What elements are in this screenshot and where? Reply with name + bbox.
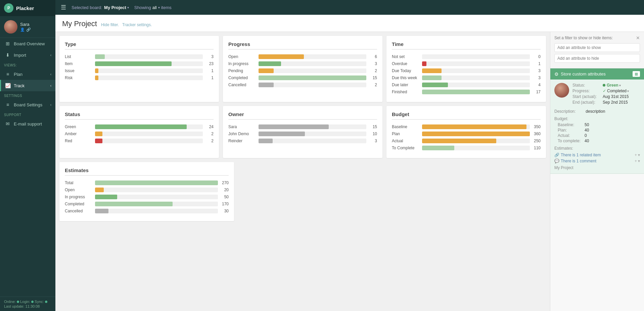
comment-item: 💬There is 1 comment + ▾ [554, 159, 640, 163]
filter-hide-input[interactable] [554, 54, 640, 63]
custom-attrs-button[interactable]: ▦ [633, 71, 640, 77]
bar-container [95, 61, 203, 66]
bar-value: 10 [369, 132, 377, 136]
dashboard: Type List 3 Item 23 Issue 1 [55, 32, 550, 311]
bar-value: 2 [205, 139, 214, 143]
online-status: Online: Login: Sync: [4, 300, 51, 304]
bar-label: Actual [392, 139, 422, 143]
topbar-board-label: Selected board: [72, 5, 102, 10]
bar-value: 2 [369, 83, 377, 87]
budget-card-title: Budget [392, 111, 541, 120]
comment-add-buttons: + ▾ [635, 159, 640, 163]
bar-fill [95, 180, 218, 185]
sidebar-label-import: Import [14, 53, 26, 58]
bar-value: 20 [221, 188, 229, 192]
table-row: Issue 1 [65, 68, 214, 73]
table-row: Completed 170 [65, 202, 229, 206]
table-row: List 3 [65, 54, 214, 59]
status-row: Status: Green ▾ [572, 83, 640, 88]
table-row: Green 24 [65, 124, 214, 129]
topbar-showing-label: Showing [134, 5, 151, 10]
table-row: Plan 360 [392, 132, 541, 136]
estimates-rows: Total 270 Open 20 In progress 50 Complet… [65, 180, 229, 213]
chevron-left-icon-settings: ‹ [50, 103, 51, 107]
comment-arrow-btn[interactable]: ▾ [638, 159, 640, 163]
comment-add-btn[interactable]: + [635, 159, 637, 163]
related-add-btn[interactable]: + [635, 153, 637, 157]
bar-value: 24 [205, 124, 214, 129]
bar-fill [259, 61, 281, 66]
bar-container [422, 90, 530, 94]
custom-attrs-header: ⚙ Store custom attributes ▦ [550, 68, 644, 80]
filter-title: Set a filter to show or hide items: [554, 36, 613, 40]
tracker-settings-link[interactable]: Tracker settings. [122, 22, 152, 27]
app-name: Placker [16, 5, 34, 11]
sidebar-item-board-overview[interactable]: ⊞ Board Overview [0, 38, 55, 49]
start-row: Start (actual): Aug 31st 2015 [572, 94, 640, 99]
settings-section-label: SETTINGS [0, 91, 55, 99]
sidebar-item-plan[interactable]: ≡ Plan ‹ [0, 68, 55, 80]
hide-filter-link[interactable]: Hide filter. [101, 22, 119, 27]
bar-label: Risk [65, 75, 95, 80]
bar-fill [95, 195, 117, 199]
table-row: Due this week 3 [392, 75, 541, 80]
bar-value: 1 [533, 61, 541, 66]
time-card-title: Time [392, 41, 541, 50]
bar-container [422, 132, 530, 136]
budget-rows: Baseline 350 Plan 360 Actual 250 To Comp… [392, 124, 541, 150]
progress-row: Progress: ✓ Completed ▾ [572, 89, 640, 93]
bar-fill [259, 83, 274, 87]
filter-panel: Set a filter to show or hide items: ✕ [550, 32, 644, 68]
time-card: Time Not set 0 Overdue 1 Due Today 3 [386, 36, 546, 102]
sidebar-item-track[interactable]: 📈 Track ‹ [0, 80, 55, 91]
sidebar-label-email-support: E-mail support [14, 121, 42, 126]
bar-container [95, 124, 203, 129]
topbar-all-filter[interactable]: all [152, 5, 157, 10]
comment-icon: 💬 [554, 159, 559, 163]
budget-plan-value: 40 [585, 128, 589, 133]
progress-card-title: Progress [228, 41, 377, 50]
start-label: Start (actual): [572, 94, 603, 99]
bar-label: Red [65, 139, 95, 143]
menu-icon[interactable]: ☰ [61, 4, 66, 11]
bar-fill [95, 209, 108, 213]
bar-value: 110 [533, 146, 541, 150]
table-row: Due Today 3 [392, 68, 541, 73]
topbar-board-name[interactable]: My Project [104, 5, 126, 10]
comment-text: There is 1 comment [561, 159, 596, 163]
progress-arrow: ▾ [627, 89, 629, 93]
close-icon[interactable]: ✕ [636, 35, 640, 41]
bar-container [95, 139, 203, 143]
type-rows: List 3 Item 23 Issue 1 Risk [65, 54, 214, 80]
estimates-section-label: Estimates: [554, 146, 640, 151]
bar-container [95, 180, 218, 185]
settings-icon: ≡ [5, 102, 10, 107]
bar-container [259, 132, 366, 136]
sidebar-item-import[interactable]: ⬇ Import ‹ [0, 49, 55, 61]
sidebar-item-board-settings[interactable]: ≡ Board Settings ‹ [0, 99, 55, 110]
sync-dot [45, 301, 47, 303]
budget-baseline-value: 50 [585, 122, 589, 127]
bar-value: 17 [533, 90, 541, 94]
bar-value: 1 [205, 68, 214, 73]
bar-container [95, 75, 203, 80]
user-icon-2: 🔗 [26, 28, 31, 32]
related-arrow-btn[interactable]: ▾ [638, 153, 640, 157]
filter-show-input[interactable] [554, 43, 640, 52]
table-row: Pending 2 [228, 68, 377, 73]
bar-value: 360 [533, 132, 541, 136]
status-rows: Green 24 Amber 2 Red 2 [65, 124, 214, 143]
views-section-label: VIEWS: [0, 61, 55, 68]
table-row: Not set 0 [392, 54, 541, 59]
progress-card: Progress Open 6 In progress 3 Pending 2 [223, 36, 382, 102]
bar-fill [95, 202, 173, 206]
bar-label: Plan [392, 132, 422, 136]
bar-value: 2 [205, 132, 214, 136]
related-text: There is 1 related item [561, 153, 601, 157]
chevron-left-icon: ‹ [50, 53, 51, 57]
online-dot [17, 301, 19, 303]
sidebar-item-email-support[interactable]: ✉ E-mail support [0, 118, 55, 129]
bar-value: 3 [205, 54, 214, 59]
status-arrow: ▾ [619, 84, 621, 87]
budget-plan-label: Plan: [554, 128, 585, 133]
